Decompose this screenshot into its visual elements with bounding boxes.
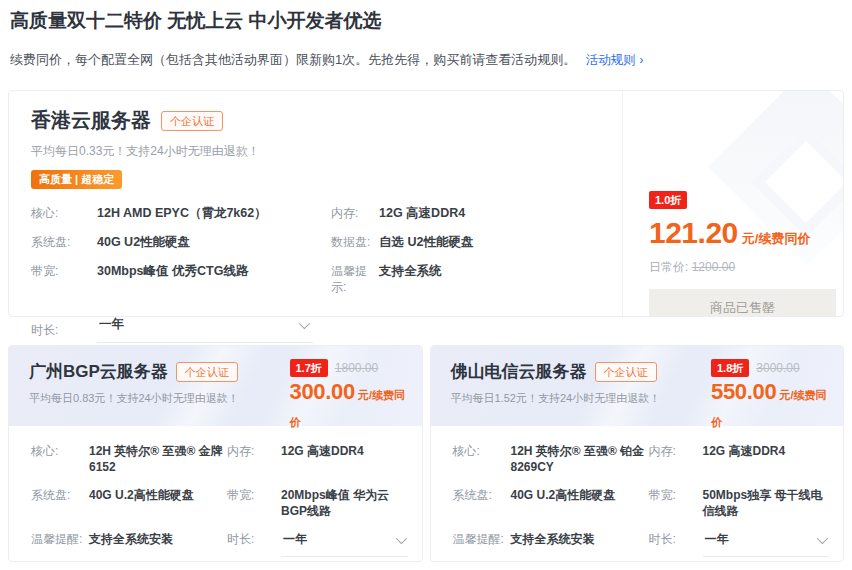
activity-rules-link[interactable]: 活动规则 ›	[586, 53, 644, 67]
mini-card-row: 广州BGP云服务器 个企认证 平均每日0.83元！支持24小时无理由退款！ 1.…	[8, 345, 844, 562]
price-block: 1.7折 1800.00 300.00元/续费同价	[290, 359, 410, 434]
duration-select[interactable]: 一年	[703, 531, 830, 557]
price-amount: 300.00	[290, 379, 356, 404]
duration-value: 一年	[705, 531, 729, 548]
duration-row: 时长: 一年	[227, 531, 408, 557]
price-amount: 550.00	[711, 379, 777, 404]
duration-select[interactable]: 一年	[97, 316, 313, 343]
spec-memory: 内存: 12G 高速DDR4	[227, 443, 408, 475]
product-title: 佛山电信云服务器	[451, 360, 587, 383]
card-header: 广州BGP云服务器 个企认证 平均每日0.83元！支持24小时无理由退款！ 1.…	[9, 346, 422, 426]
price-amount: 121.20	[649, 216, 738, 249]
spec-bandwidth: 带宽: 30Mbps峰值 优秀CTG线路	[31, 263, 331, 295]
product-card-hongkong: 香港云服务器 个企认证 平均每日0.33元！支持24小时无理由退款！ 高质量 |…	[8, 90, 844, 317]
spec-tip: 温馨提醒: 支持全系统安装	[453, 531, 649, 557]
spec-core: 核心: 12H 英特尔® 至强® 铂金8269CY	[453, 443, 649, 475]
chevron-down-icon	[299, 317, 310, 328]
duration-row: 时长: 一年	[31, 316, 622, 343]
product-card-foshan: 佛山电信云服务器 个企认证 平均每日1.52元！支持24小时无理由退款！ 1.8…	[430, 345, 845, 562]
spec-memory: 内存: 12G 高速DDR4	[331, 205, 606, 221]
spec-core: 核心: 12H 英特尔® 至强® 金牌 6152	[31, 443, 227, 475]
spec-grid: 核心: 12H 英特尔® 至强® 金牌 6152 内存: 12G 高速DDR4 …	[9, 426, 422, 557]
spec-data-disk: 数据盘: 自选 U2性能硬盘	[331, 234, 606, 250]
spec-system-disk: 系统盘: 40G U.2高性能硬盘	[31, 487, 227, 519]
spec-system-disk: 系统盘: 40G U.2高性能硬盘	[453, 487, 649, 519]
soldout-button[interactable]: 商品已售罄	[649, 289, 836, 316]
original-price: 1800.00	[335, 361, 378, 375]
spec-bandwidth: 带宽: 50Mbps独享 母干线电信线路	[649, 487, 830, 519]
notice-text: 续费同价，每个配置全网（包括含其他活动界面）限新购1次。先抢先得，购买前请查看活…	[10, 52, 576, 67]
spec-tip: 温馨提示: 支持全系统	[331, 263, 606, 295]
spec-system-disk: 系统盘: 40G U2性能硬盘	[31, 234, 331, 250]
discount-badge: 1.0折	[649, 191, 687, 209]
cert-badge: 个企认证	[176, 362, 238, 382]
duration-row: 时长: 一年	[649, 531, 830, 557]
chevron-down-icon	[817, 532, 828, 543]
product-title: 广州BGP云服务器	[29, 360, 168, 383]
spec-bandwidth: 带宽: 20Mbps峰值 华为云BGP线路	[227, 487, 408, 519]
original-price: 3000.00	[756, 361, 799, 375]
quality-tag: 高质量 | 超稳定	[31, 170, 122, 189]
duration-value: 一年	[99, 316, 124, 333]
price-block: 1.8折 3000.00 550.00元/续费同价	[711, 359, 831, 434]
card-header: 佛山电信云服务器 个企认证 平均每日1.52元！支持24小时无理由退款！ 1.8…	[431, 346, 844, 426]
featured-card-price-panel: 1.0折 121.20元/续费同价 日常价: 1200.00 商品已售罄	[622, 91, 843, 316]
duration-value: 一年	[283, 531, 307, 548]
spec-grid: 核心: 12H 英特尔® 至强® 铂金8269CY 内存: 12G 高速DDR4…	[431, 426, 844, 557]
page-title: 高质量双十二特价 无忧上云 中小开发者优选	[10, 8, 852, 34]
spec-tip: 温馨提醒: 支持全系统安装	[31, 531, 227, 557]
daily-price: 日常价: 1200.00	[649, 259, 836, 276]
spec-grid: 核心: 12H AMD EPYC（霄龙7k62） 内存: 12G 高速DDR4 …	[31, 205, 606, 295]
product-tagline: 平均每日0.33元！支持24小时无理由退款！	[31, 143, 622, 160]
product-card-guangzhou: 广州BGP云服务器 个企认证 平均每日0.83元！支持24小时无理由退款！ 1.…	[8, 345, 423, 562]
price-unit: 元/续费同价	[742, 231, 811, 246]
spec-core: 核心: 12H AMD EPYC（霄龙7k62）	[31, 205, 331, 221]
discount-badge: 1.7折	[290, 359, 328, 377]
activity-notice: 续费同价，每个配置全网（包括含其他活动界面）限新购1次。先抢先得，购买前请查看活…	[10, 51, 852, 69]
duration-select[interactable]: 一年	[281, 531, 408, 557]
cert-badge: 个企认证	[161, 111, 223, 131]
original-price: 1200.00	[692, 260, 735, 274]
cert-badge: 个企认证	[595, 362, 657, 382]
featured-card-left: 香港云服务器 个企认证 平均每日0.33元！支持24小时无理由退款！ 高质量 |…	[9, 91, 622, 316]
spec-memory: 内存: 12G 高速DDR4	[649, 443, 830, 475]
chevron-down-icon	[395, 532, 406, 543]
discount-badge: 1.8折	[711, 359, 749, 377]
product-title: 香港云服务器	[31, 107, 151, 134]
